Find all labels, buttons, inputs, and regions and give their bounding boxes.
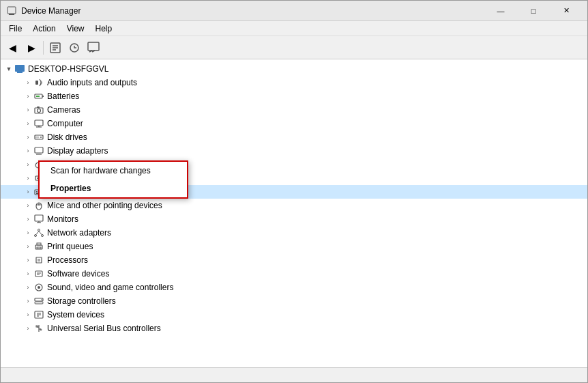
svg-rect-19 bbox=[35, 120, 43, 126]
tree-item-cameras[interactable]: › Cameras bbox=[1, 103, 587, 117]
svg-rect-50 bbox=[37, 243, 41, 245]
icon-system bbox=[33, 309, 44, 320]
tree-item-computer[interactable]: › Computer bbox=[1, 117, 587, 130]
expand-software: › bbox=[23, 268, 33, 279]
svg-point-61 bbox=[41, 299, 42, 300]
expand-display: › bbox=[23, 145, 33, 156]
expand-storage: › bbox=[23, 296, 33, 307]
icon-software bbox=[33, 268, 44, 279]
menu-action[interactable]: Action bbox=[27, 23, 61, 35]
tree-item-monitors[interactable]: › Monitors bbox=[1, 212, 587, 226]
svg-point-58 bbox=[38, 286, 40, 289]
svg-rect-1 bbox=[9, 14, 14, 15]
svg-rect-60 bbox=[35, 302, 43, 304]
expand-system: › bbox=[23, 309, 33, 320]
svg-rect-11 bbox=[17, 72, 23, 73]
label-audio: Audio inputs and outputs bbox=[47, 78, 137, 87]
expand-batteries: › bbox=[23, 91, 33, 102]
properties-button[interactable] bbox=[46, 39, 64, 57]
icon-mice bbox=[33, 200, 44, 211]
icon-audio bbox=[33, 77, 44, 88]
expand-keyboards: › bbox=[23, 186, 33, 197]
context-scan[interactable]: Scan for hardware changes bbox=[40, 162, 187, 180]
svg-point-46 bbox=[42, 235, 44, 237]
expand-computer: › bbox=[23, 118, 33, 129]
tree-item-software[interactable]: › Software devices bbox=[1, 267, 587, 281]
icon-sound bbox=[33, 282, 44, 293]
svg-line-48 bbox=[39, 231, 42, 235]
svg-rect-18 bbox=[37, 107, 40, 108]
tree-item-audio[interactable]: › Audio inputs and outputs bbox=[1, 76, 587, 89]
svg-point-44 bbox=[38, 229, 40, 231]
tree-item-usb[interactable]: › Universal Serial Bus controllers bbox=[1, 322, 587, 335]
svg-rect-7 bbox=[88, 42, 99, 51]
label-network: Network adapters bbox=[47, 228, 111, 238]
maximize-button[interactable]: □ bbox=[518, 1, 549, 21]
close-button[interactable]: ✕ bbox=[550, 1, 582, 21]
title-bar: Device Manager — □ ✕ bbox=[1, 1, 587, 21]
tree-item-print[interactable]: › Print queues bbox=[1, 240, 587, 253]
back-button[interactable]: ◀ bbox=[3, 39, 21, 57]
tree-item-mice[interactable]: › Mice and other pointing devices bbox=[1, 199, 587, 212]
menu-view[interactable]: View bbox=[61, 23, 90, 35]
tree-item-disk[interactable]: › Disk drives bbox=[1, 130, 587, 144]
expand-usb: › bbox=[23, 323, 33, 334]
content-area[interactable]: ▼ DESKTOP-HSFGGVL › bbox=[1, 59, 587, 367]
expand-audio: › bbox=[23, 77, 33, 88]
tree-item-processors[interactable]: › Processors bbox=[1, 253, 587, 267]
menu-help[interactable]: Help bbox=[90, 23, 118, 35]
icon-monitors bbox=[33, 214, 44, 225]
svg-rect-24 bbox=[35, 137, 39, 138]
minimize-button[interactable]: — bbox=[485, 1, 516, 21]
tree-item-batteries[interactable]: › Batteries bbox=[1, 89, 587, 103]
icon-processors bbox=[33, 255, 44, 266]
tree-item-sound[interactable]: › Sound, video and game controllers bbox=[1, 281, 587, 294]
icon-disk bbox=[33, 132, 44, 143]
tree-item-display[interactable]: › Display adapters bbox=[1, 144, 587, 158]
label-processors: Processors bbox=[47, 255, 88, 265]
scan-button[interactable] bbox=[65, 39, 83, 57]
expand-mice: › bbox=[23, 200, 33, 211]
expand-ide: › bbox=[23, 173, 33, 184]
label-storage: Storage controllers bbox=[47, 296, 116, 306]
status-bar bbox=[1, 367, 587, 382]
tree-item-storage[interactable]: › Storage controllers bbox=[1, 294, 587, 308]
tree-item-system[interactable]: › System devices bbox=[1, 308, 587, 322]
context-properties[interactable]: Properties bbox=[40, 180, 187, 197]
window-controls: — □ ✕ bbox=[485, 1, 582, 21]
expand-sound: › bbox=[23, 282, 33, 293]
icon-computer bbox=[33, 118, 44, 129]
expand-monitors: › bbox=[23, 214, 33, 225]
svg-point-45 bbox=[35, 235, 37, 237]
svg-point-70 bbox=[40, 329, 42, 330]
svg-rect-14 bbox=[42, 96, 44, 97]
icon-network bbox=[33, 227, 44, 238]
icon-usb bbox=[33, 323, 44, 334]
device-tree: ▼ DESKTOP-HSFGGVL › bbox=[1, 59, 587, 338]
tree-root[interactable]: ▼ DESKTOP-HSFGGVL bbox=[1, 62, 587, 76]
svg-rect-0 bbox=[8, 7, 16, 14]
svg-rect-34 bbox=[36, 191, 38, 193]
icon-display bbox=[33, 145, 44, 156]
svg-rect-41 bbox=[35, 215, 43, 221]
svg-rect-51 bbox=[37, 247, 41, 249]
label-system: System devices bbox=[47, 310, 104, 320]
label-print: Print queues bbox=[47, 242, 93, 251]
expand-network: › bbox=[23, 227, 33, 238]
help-button[interactable] bbox=[85, 39, 102, 57]
tree-item-network[interactable]: › Network adapters bbox=[1, 226, 587, 240]
forward-button[interactable]: ▶ bbox=[23, 39, 40, 57]
svg-rect-25 bbox=[35, 147, 43, 153]
icon-batteries bbox=[33, 91, 44, 102]
label-usb: Universal Serial Bus controllers bbox=[47, 324, 161, 333]
toolbar-separator-1 bbox=[43, 41, 44, 55]
icon-cameras bbox=[33, 104, 44, 115]
toolbar: ◀ ▶ bbox=[1, 36, 587, 59]
root-expand-icon: ▼ bbox=[3, 63, 14, 74]
menu-file[interactable]: File bbox=[3, 23, 27, 35]
window-title: Device Manager bbox=[21, 6, 485, 16]
device-manager-window: Device Manager — □ ✕ File Action View He… bbox=[0, 0, 588, 383]
label-cameras: Cameras bbox=[47, 105, 80, 115]
svg-line-47 bbox=[36, 231, 39, 235]
label-batteries: Batteries bbox=[47, 91, 79, 101]
